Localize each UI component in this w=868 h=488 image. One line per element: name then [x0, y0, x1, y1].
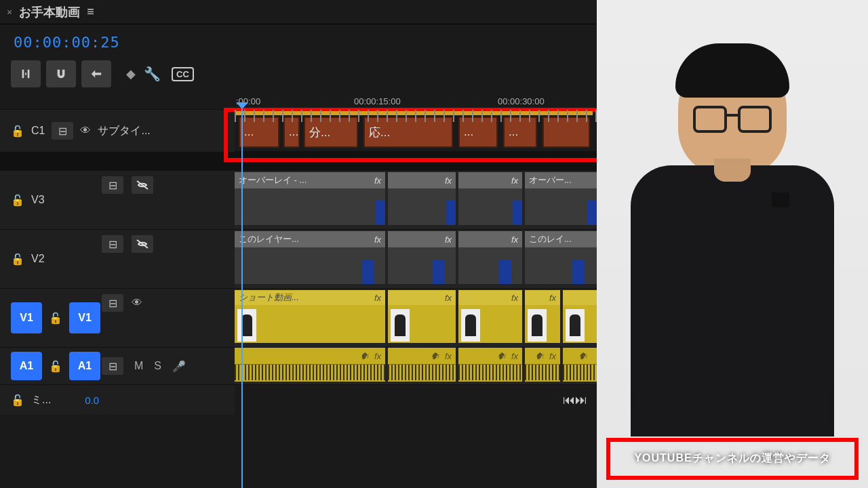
- audio-clip[interactable]: 🗣fx: [458, 348, 522, 382]
- video-clip[interactable]: オーバーレイ - ...fx: [235, 172, 385, 225]
- sync-lock-icon[interactable]: ⊟: [102, 357, 123, 375]
- snap-magnet-icon[interactable]: [46, 60, 76, 87]
- close-icon[interactable]: ×: [7, 7, 12, 18]
- linked-selection-icon[interactable]: [81, 60, 111, 87]
- sync-lock-icon[interactable]: ⊟: [102, 294, 123, 312]
- video-clip[interactable]: ショート動画...fx: [235, 290, 385, 343]
- track-visibility-icon[interactable]: 👁: [132, 297, 142, 309]
- caption-track-name: サブタイ...: [98, 124, 150, 138]
- audio-clip[interactable]: 🗣fx: [235, 348, 385, 382]
- video-clip[interactable]: fx: [458, 231, 522, 284]
- video-clip[interactable]: fx: [458, 172, 522, 225]
- voiceover-mic-icon[interactable]: 🎤: [172, 360, 186, 373]
- lavalier-mic-icon: [772, 192, 789, 207]
- master-meter-icon: ⏮⏭: [563, 393, 587, 407]
- track-target-v1[interactable]: V1: [69, 302, 100, 333]
- video-clip[interactable]: fx: [388, 172, 456, 225]
- sequence-title: お手本動画: [19, 4, 80, 20]
- captions-toggle[interactable]: CC: [172, 67, 194, 81]
- time-ruler[interactable]: :00:00 00:00:15:00 00:00:30:00: [235, 93, 597, 109]
- ruler-tick: 00:00:30:00: [498, 96, 545, 106]
- ruler-tick: 00:00:15:00: [354, 96, 401, 106]
- video-clip[interactable]: オーバー...: [525, 172, 597, 225]
- caption-track[interactable]: ......分...応.........: [235, 110, 597, 151]
- insert-tool-icon[interactable]: [11, 60, 41, 87]
- video-clip[interactable]: fx: [458, 290, 522, 343]
- track-visibility-off-icon[interactable]: [132, 235, 153, 253]
- sync-lock-icon[interactable]: ⊟: [102, 176, 123, 194]
- mix-volume-value[interactable]: 0.0: [85, 394, 99, 406]
- video-track-v2[interactable]: このレイヤー...fxfxfxこのレイ...: [235, 230, 597, 288]
- track-lock-icon[interactable]: 🔓: [11, 125, 24, 138]
- source-target-v1[interactable]: V1: [11, 302, 42, 333]
- video-clip[interactable]: [563, 290, 597, 343]
- playhead-timecode[interactable]: 00:00:00:25: [0, 24, 597, 58]
- sync-lock-icon[interactable]: ⊟: [102, 235, 123, 253]
- solo-toggle[interactable]: S: [154, 360, 161, 372]
- mute-toggle[interactable]: M: [134, 360, 143, 372]
- video-clip[interactable]: fx: [388, 231, 456, 284]
- track-lock-icon[interactable]: 🔓: [49, 312, 62, 325]
- settings-wrench-icon[interactable]: 🔧: [144, 66, 161, 82]
- audio-track-a1[interactable]: 🗣fx🗣fx🗣fx🗣fx🗣: [235, 348, 597, 384]
- video-caption-overlay: YOUTUBEチャンネルの運営やデータ: [613, 443, 852, 473]
- audio-clip[interactable]: 🗣fx: [388, 348, 456, 382]
- video-clip[interactable]: fx: [388, 290, 456, 343]
- mix-track[interactable]: ⏮⏭: [235, 385, 597, 415]
- track-label: C1: [31, 125, 45, 137]
- source-target-a1[interactable]: A1: [11, 352, 42, 380]
- track-label: V3: [31, 194, 45, 206]
- audio-clip[interactable]: 🗣fx: [525, 348, 560, 382]
- video-track-v1[interactable]: ショート動画...fxfxfxfx: [235, 289, 597, 347]
- panel-menu-icon[interactable]: ≡: [87, 5, 94, 19]
- mix-track-label: ミ...: [31, 393, 51, 407]
- track-label: V2: [31, 253, 45, 265]
- track-visibility-off-icon[interactable]: [132, 176, 153, 194]
- sync-lock-icon[interactable]: ⊟: [52, 122, 73, 140]
- program-monitor: YOUTUBEチャンネルの運営やデータ: [597, 0, 868, 488]
- track-lock-icon[interactable]: 🔓: [11, 194, 24, 207]
- track-lock-icon[interactable]: 🔓: [11, 253, 24, 266]
- marker-icon[interactable]: ◆: [126, 66, 136, 81]
- video-clip[interactable]: このレイヤー...fx: [235, 231, 385, 284]
- video-track-v3[interactable]: オーバーレイ - ...fxfxfxオーバー...: [235, 171, 597, 229]
- video-clip[interactable]: fx: [525, 290, 560, 343]
- track-visibility-icon[interactable]: 👁: [80, 125, 91, 137]
- track-lock-icon[interactable]: 🔓: [49, 360, 62, 373]
- playhead-indicator[interactable]: [241, 109, 243, 488]
- video-clip[interactable]: このレイ...: [525, 231, 597, 284]
- audio-clip[interactable]: 🗣: [563, 348, 597, 382]
- presenter-figure: [624, 54, 841, 488]
- track-target-a1[interactable]: A1: [69, 352, 100, 380]
- track-lock-icon[interactable]: 🔓: [11, 394, 24, 407]
